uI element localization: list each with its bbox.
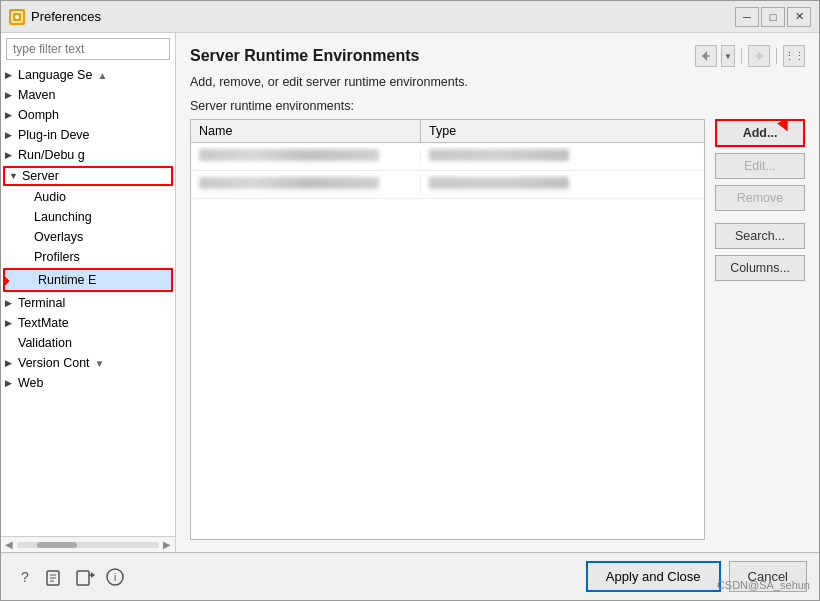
sidebar-item-overlays[interactable]: Overlays	[1, 227, 175, 247]
dropdown-button[interactable]: ▼	[721, 45, 735, 67]
svg-point-1	[15, 15, 19, 19]
back-icon	[699, 49, 713, 63]
expand-arrow: ▶	[5, 378, 15, 388]
window-title: Preferences	[31, 9, 729, 24]
sidebar-item-server[interactable]: ▼ Server	[3, 166, 173, 186]
back-button[interactable]	[695, 45, 717, 67]
table-cell-type	[421, 147, 704, 166]
right-panel: Server Runtime Environments ▼	[176, 33, 819, 552]
sidebar-item-label: Version Cont	[18, 356, 90, 370]
dropdown-arrow-icon: ▼	[724, 52, 732, 61]
import-icon[interactable]	[73, 565, 97, 589]
sidebar-item-launching[interactable]: Launching	[1, 207, 175, 227]
panel-description: Add, remove, or edit server runtime envi…	[190, 75, 805, 89]
watermark: CSDN@SA_sehun	[717, 579, 810, 591]
sidebar-item-label: Plug-in Deve	[18, 128, 90, 142]
svg-text:i: i	[114, 572, 116, 583]
table-cell-name	[191, 147, 421, 166]
blurred-name-2	[199, 177, 379, 189]
annotation-arrow-3	[735, 119, 795, 131]
horizontal-scrollbar[interactable]	[17, 542, 159, 548]
blurred-type-2	[429, 177, 569, 189]
remove-button[interactable]: Remove	[715, 185, 805, 211]
blurred-name-1	[199, 149, 379, 161]
help-icon[interactable]: ?	[13, 565, 37, 589]
sidebar-scroll-area: ◀ ▶	[1, 536, 175, 552]
scroll-left-btn[interactable]: ◀	[5, 539, 13, 550]
sidebar-item-versioncont[interactable]: ▶ Version Cont ▼	[1, 353, 175, 373]
info-icon[interactable]: i	[103, 565, 127, 589]
maximize-button[interactable]: □	[761, 7, 785, 27]
expand-arrow: ▶	[5, 90, 15, 100]
sidebar-item-label: Validation	[18, 336, 72, 350]
table-row[interactable]	[191, 171, 704, 199]
panel-sub-label: Server runtime environments:	[190, 99, 805, 113]
sidebar-item-validation[interactable]: Validation	[1, 333, 175, 353]
expand-arrow: ▶	[5, 150, 15, 160]
overflow-indicator2: ▼	[95, 358, 105, 369]
sidebar-item-label: Profilers	[34, 250, 80, 264]
expand-arrow: ▶	[5, 130, 15, 140]
sidebar-item-label: Server	[22, 169, 59, 183]
forward-button[interactable]	[748, 45, 770, 67]
filter-input[interactable]	[6, 38, 170, 60]
sidebar-item-oomph[interactable]: ▶ Oomph	[1, 105, 175, 125]
sidebar-item-language[interactable]: ▶ Language Se ▲	[1, 65, 175, 85]
bottom-left-icons: ? i	[13, 565, 127, 589]
export-svg	[45, 567, 65, 587]
minimize-button[interactable]: ─	[735, 7, 759, 27]
expand-arrow: ▶	[5, 358, 15, 368]
import-svg	[75, 567, 95, 587]
window-controls: ─ □ ✕	[735, 7, 811, 27]
sidebar-item-profilers[interactable]: Profilers	[1, 247, 175, 267]
menu-button[interactable]: ⋮⋮	[783, 45, 805, 67]
runtime-table: Name Type	[190, 119, 705, 540]
panel-body: Name Type	[190, 119, 805, 540]
sidebar-item-audio[interactable]: Audio	[1, 187, 175, 207]
sidebar-item-label: Launching	[34, 210, 92, 224]
panel-header: Server Runtime Environments ▼	[190, 45, 805, 67]
search-button[interactable]: Search...	[715, 223, 805, 249]
apply-close-button[interactable]: Apply and Close	[586, 561, 721, 592]
panel-toolbar: ▼ ⋮⋮	[695, 45, 805, 67]
table-row[interactable]	[191, 143, 704, 171]
sidebar-item-label: Runtime E	[38, 273, 96, 287]
col-name-header: Name	[191, 120, 421, 142]
table-body[interactable]	[191, 143, 704, 539]
sidebar-item-terminal[interactable]: ▶ Terminal	[1, 293, 175, 313]
sidebar-item-label: Run/Debu g	[18, 148, 85, 162]
scrollbar-thumb	[37, 542, 77, 548]
main-content: ▶ Language Se ▲ ▶ Maven ▶ Oomph ▶ Plug-	[1, 33, 819, 552]
toolbar-separator2	[776, 48, 777, 64]
table-header: Name Type	[191, 120, 704, 143]
sidebar-item-label: Audio	[34, 190, 66, 204]
expand-arrow: ▶	[5, 70, 15, 80]
sidebar-item-web[interactable]: ▶ Web	[1, 373, 175, 393]
sidebar-item-label: Terminal	[18, 296, 65, 310]
sidebar-item-runtime[interactable]: Runtime E 2 ➜	[3, 268, 173, 292]
sidebar-item-maven[interactable]: ▶ Maven	[1, 85, 175, 105]
blurred-type-1	[429, 149, 569, 161]
col-type-header: Type	[421, 120, 704, 142]
edit-button[interactable]: Edit...	[715, 153, 805, 179]
toolbar-separator	[741, 48, 742, 64]
sidebar-item-label: Oomph	[18, 108, 59, 122]
info-svg: i	[106, 568, 124, 586]
preferences-window: Preferences ─ □ ✕ ▶ Language Se ▲ ▶ Mave…	[0, 0, 820, 601]
table-cell-type	[421, 175, 704, 194]
sidebar: ▶ Language Se ▲ ▶ Maven ▶ Oomph ▶ Plug-	[1, 33, 176, 552]
expand-arrow: ▶	[5, 298, 15, 308]
columns-button[interactable]: Columns...	[715, 255, 805, 281]
window-icon	[9, 9, 25, 25]
scroll-right-btn[interactable]: ▶	[163, 539, 171, 550]
overflow-indicator: ▲	[97, 70, 107, 81]
menu-dots-icon: ⋮⋮	[784, 50, 804, 63]
sidebar-item-label: TextMate	[18, 316, 69, 330]
export-icon[interactable]	[43, 565, 67, 589]
sidebar-item-rundebug[interactable]: ▶ Run/Debu g	[1, 145, 175, 165]
close-button[interactable]: ✕	[787, 7, 811, 27]
sidebar-item-textmate[interactable]: ▶ TextMate	[1, 313, 175, 333]
sidebar-item-label: Web	[18, 376, 43, 390]
sidebar-item-plugin[interactable]: ▶ Plug-in Deve	[1, 125, 175, 145]
bottom-bar: ? i	[1, 552, 819, 600]
